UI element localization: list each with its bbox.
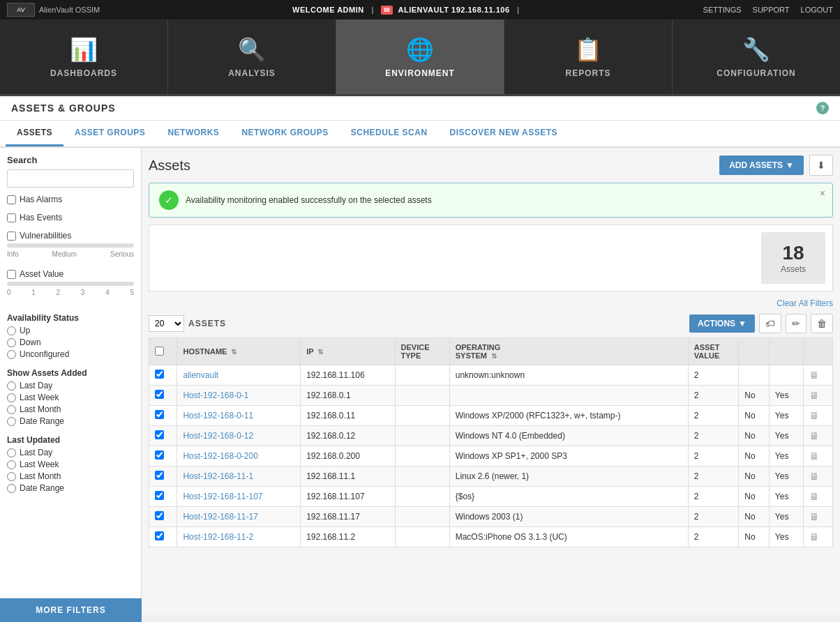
nav-analysis[interactable]: 🔍 ANALYSIS [168,20,336,94]
row-screen-icon[interactable]: 🖥 [809,511,819,522]
row-screen-icon-cell: 🖥 [804,386,833,406]
row-screen-icon-cell: 🖥 [804,406,833,426]
row-checkbox[interactable] [155,430,164,439]
lu-last-month-radio[interactable] [7,472,16,481]
row-screen-icon[interactable]: 🖥 [809,370,819,381]
av-unconfigured-radio[interactable] [7,350,16,359]
row-checkbox-cell [149,507,177,527]
row-hostname[interactable]: Host-192-168-0-200 [177,446,301,466]
edit-button[interactable]: ✏ [786,314,807,333]
envelope-icon[interactable]: ✉ [381,6,393,15]
av-up-radio[interactable] [7,326,16,335]
row-checkbox-cell [149,406,177,426]
row-screen-icon[interactable]: 🖥 [809,450,819,462]
row-checkbox[interactable] [155,491,164,500]
per-page-dropdown[interactable]: 20 50 100 [149,315,184,332]
row-screen-icon-cell: 🖥 [804,527,833,547]
asset-value-slider[interactable] [7,282,134,286]
row-hostname[interactable]: Host-192-168-0-1 [177,386,301,406]
row-screen-icon[interactable]: 🖥 [809,471,819,482]
logout-link[interactable]: LOGOUT [801,6,833,14]
tab-assets[interactable]: ASSETS [6,121,63,146]
reports-label: REPORTS [565,68,610,78]
help-icon[interactable]: ? [816,102,829,114]
row-os: Windows XP/2000 (RFC1323+, w+, tstamp-) [449,406,688,426]
row-screen-icon[interactable]: 🖥 [809,410,819,421]
tab-discover-new-assets[interactable]: DISCOVER NEW ASSETS [439,121,569,146]
support-link[interactable]: SUPPORT [753,6,790,14]
table-toolbar: 20 50 100 ASSETS ACTIONS ▼ 🏷 ✏ 🗑 Run Ass… [149,314,833,333]
row-asset-value: 2 [688,487,738,507]
row-checkbox[interactable] [155,390,164,399]
slider-labels: Info Medium Serious [7,250,134,258]
availability-status-group: Up Down Unconfigured [7,326,134,361]
row-hostname[interactable]: Host-192-168-0-11 [177,406,301,426]
select-all-checkbox[interactable] [155,347,164,356]
row-screen-icon-cell: 🖥 [804,446,833,466]
row-hostname[interactable]: alienvault [177,365,301,386]
tab-networks[interactable]: NETWORKS [156,121,230,146]
filter-asset-value: Asset Value 0 1 2 3 4 5 [7,269,134,302]
row-hostname[interactable]: Host-192-168-11-1 [177,466,301,487]
nav-environment[interactable]: 🌐 ENVIRONMENT [336,20,504,94]
logo-image: AV [7,3,35,17]
lu-last-week-radio[interactable] [7,460,16,469]
row-asset-value: 2 [688,406,738,426]
tab-network-groups[interactable]: NETWORK GROUPS [230,121,339,146]
row-hostname[interactable]: Host-192-168-11-2 [177,527,301,547]
notification-bar: ✓ Availability monitoring enabled succes… [149,183,833,218]
search-input[interactable] [7,169,134,188]
more-filters-button[interactable]: MORE FILTERS [0,598,142,615]
row-screen-icon[interactable]: 🖥 [809,531,819,543]
delete-button[interactable]: 🗑 [811,314,833,333]
row-hostname[interactable]: Host-192-168-0-12 [177,426,301,446]
show-last-month-radio[interactable] [7,405,16,414]
asset-value-checkbox[interactable] [7,270,16,279]
tab-asset-groups[interactable]: ASSET GROUPS [63,121,156,146]
vulnerabilities-checkbox[interactable] [7,232,16,241]
th-os[interactable]: OPERATINGSYSTEM ⇅ [449,338,688,365]
show-last-week-radio[interactable] [7,393,16,402]
lu-date-range-radio[interactable] [7,484,16,493]
actions-button[interactable]: ACTIONS ▼ [689,314,755,333]
row-col6 [739,365,770,386]
lu-last-day-radio[interactable] [7,448,16,457]
close-notification-button[interactable]: × [820,188,825,199]
row-checkbox-cell [149,466,177,487]
nav-configuration[interactable]: 🔧 CONFIGURATION [673,20,840,94]
clear-all-filters-link[interactable]: Clear All Filters [149,298,833,308]
row-screen-icon[interactable]: 🖥 [809,491,819,502]
th-hostname[interactable]: HOSTNAME ⇅ [177,338,301,365]
row-screen-icon[interactable]: 🖥 [809,430,819,441]
row-hostname[interactable]: Host-192-168-11-107 [177,487,301,507]
vulnerability-slider[interactable] [7,243,134,248]
add-assets-button[interactable]: ADD ASSETS ▼ [719,156,804,175]
row-checkbox[interactable] [155,410,164,419]
row-os: {$os} [449,487,688,507]
show-date-range-radio[interactable] [7,417,16,426]
row-checkbox[interactable] [155,370,164,379]
row-checkbox[interactable] [155,450,164,460]
row-col6: No [739,527,770,547]
row-checkbox[interactable] [155,511,164,520]
has-alarms-checkbox[interactable] [7,195,16,204]
nav-dashboards[interactable]: 📊 DASHBOARDS [0,20,168,94]
row-checkbox[interactable] [155,531,164,540]
row-ip: 192.168.0.12 [301,426,395,446]
th-ip[interactable]: IP ⇅ [301,338,395,365]
filter-vulnerabilities: Vulnerabilities Info Medium Serious [7,231,134,264]
show-last-day-radio[interactable] [7,381,16,390]
settings-link[interactable]: SETTINGS [703,6,742,14]
has-events-checkbox[interactable] [7,213,16,222]
av-down-radio[interactable] [7,338,16,347]
th-col8 [804,338,833,365]
nav-reports[interactable]: 📋 REPORTS [504,20,673,94]
row-checkbox[interactable] [155,471,164,480]
tab-schedule-scan[interactable]: SCHEDULE SCAN [340,121,439,146]
export-button[interactable]: ⬇ [809,155,833,176]
row-hostname[interactable]: Host-192-168-11-17 [177,507,301,527]
row-screen-icon[interactable]: 🖥 [809,390,819,401]
row-asset-value: 2 [688,386,738,406]
row-col7: Yes [769,466,803,487]
tag-button[interactable]: 🏷 [759,314,781,333]
